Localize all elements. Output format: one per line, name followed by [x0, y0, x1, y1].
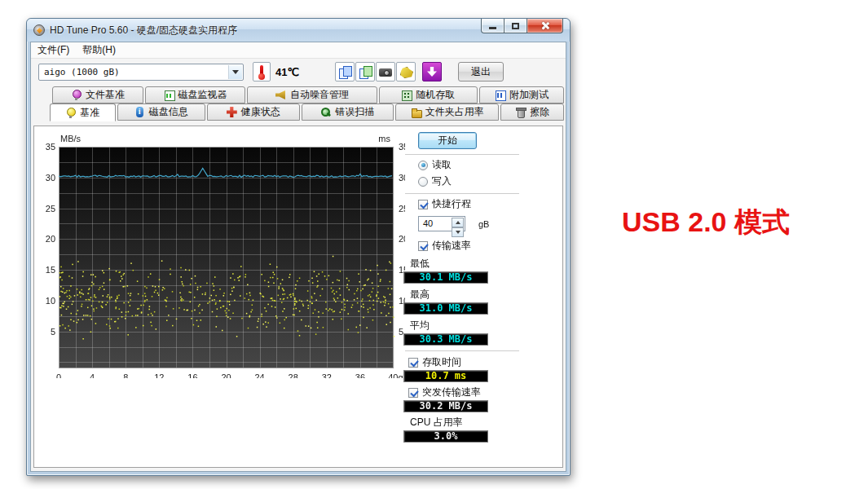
- temperature-value: 41℃: [275, 66, 299, 78]
- close-button[interactable]: [527, 19, 563, 33]
- max-speed-display: 31.0 MB/s: [403, 302, 488, 315]
- spin-down-button[interactable]: [452, 227, 464, 237]
- separator: [405, 193, 519, 195]
- hdtune-window: HD Tune Pro 5.60 - 硬盘/固态硬盘实用程序 文件(F) 帮助(…: [26, 18, 571, 476]
- tab-file-benchmark[interactable]: 文件基准: [52, 86, 143, 104]
- spin-up-button[interactable]: [452, 218, 464, 227]
- access-time-display: 10.7 ms: [403, 370, 488, 382]
- copy-button[interactable]: [335, 62, 355, 82]
- checkbox-checked-icon: [408, 358, 418, 368]
- tab-label: 随机存取: [416, 88, 455, 102]
- random-access-icon: [401, 90, 412, 100]
- tab-label: 错误扫描: [335, 105, 374, 119]
- benchmark-chart: [38, 134, 405, 378]
- transfer-rate-label: 传输速率: [432, 239, 471, 253]
- download-button[interactable]: [422, 62, 442, 82]
- separator: [405, 154, 519, 156]
- chevron-down-icon[interactable]: [228, 65, 242, 79]
- tab-label: 基准: [80, 106, 99, 120]
- checkbox-checked-icon: [418, 200, 428, 209]
- minimize-button[interactable]: [481, 19, 504, 33]
- cpu-usage-label: CPU 占用率: [410, 416, 532, 430]
- error-scan-icon: [320, 107, 331, 117]
- copy-color-button[interactable]: [355, 62, 375, 82]
- tab-disk-info[interactable]: 磁盘信息: [117, 104, 205, 121]
- avg-speed-display: 30.3 MB/s: [403, 333, 488, 346]
- aam-icon: [275, 90, 286, 100]
- tab-label: 擦除: [530, 105, 549, 119]
- short-stroke-unit: gB: [478, 219, 489, 229]
- tab-label: 磁盘信息: [149, 105, 188, 119]
- menu-file[interactable]: 文件(F): [31, 42, 76, 59]
- cpu-usage-display: 3.0%: [403, 430, 488, 443]
- tab-folder-usage[interactable]: 文件夹占用率: [395, 104, 499, 121]
- maximize-button[interactable]: [504, 19, 527, 33]
- tab-label: 自动噪音管理: [290, 88, 349, 102]
- window-title: HD Tune Pro 5.60 - 硬盘/固态硬盘实用程序: [50, 24, 237, 37]
- tab-benchmark[interactable]: 基准: [50, 104, 116, 121]
- tab-error-scan[interactable]: 错误扫描: [302, 104, 394, 121]
- drive-select[interactable]: aigo (1000 gB): [38, 64, 244, 81]
- write-label: 写入: [432, 174, 452, 188]
- client-area: 文件(F) 帮助(H) aigo (1000 gB) 41℃ 退出: [30, 42, 566, 472]
- usb-mode-caption: USB 2.0 模式: [622, 204, 790, 241]
- write-radio[interactable]: 写入: [418, 174, 532, 188]
- exit-button[interactable]: 退出: [458, 62, 504, 82]
- access-time-checkbox[interactable]: 存取时间: [408, 355, 532, 369]
- start-button[interactable]: 开始: [418, 132, 477, 149]
- tab-label: 文件基准: [86, 88, 125, 102]
- tab-label: 健康状态: [241, 105, 280, 119]
- maximize-icon: [512, 23, 519, 29]
- short-stroke-checkbox[interactable]: 快捷行程: [418, 197, 532, 211]
- disk-info-icon: [134, 107, 145, 117]
- tab-label: 磁盘监视器: [178, 88, 227, 102]
- donate-button[interactable]: [396, 62, 416, 82]
- download-icon: [427, 67, 437, 77]
- access-time-label: 存取时间: [422, 355, 461, 369]
- short-stroke-label: 快捷行程: [432, 197, 471, 211]
- minimize-icon: [489, 27, 496, 29]
- tab-health[interactable]: 健康状态: [207, 104, 299, 121]
- burst-rate-label: 突发传输速率: [422, 385, 481, 399]
- file-benchmark-icon: [71, 90, 82, 100]
- tab-aam[interactable]: 自动噪音管理: [247, 86, 377, 104]
- menubar: 文件(F) 帮助(H): [31, 42, 566, 59]
- radio-selected-icon: [418, 161, 428, 170]
- transfer-rate-checkbox[interactable]: 传输速率: [418, 239, 532, 253]
- app-icon: [33, 24, 45, 36]
- min-speed-display: 30.1 MB/s: [403, 271, 488, 284]
- read-label: 读取: [432, 158, 452, 172]
- checkbox-checked-icon: [408, 388, 418, 398]
- benchmark-icon: [65, 108, 76, 118]
- short-stroke-size: 40 gB: [418, 216, 532, 231]
- menu-help[interactable]: 帮助(H): [76, 42, 122, 59]
- short-stroke-value: 40: [423, 218, 433, 228]
- tab-strip: 文件基准 磁盘监视器 自动噪音管理 随机存取 附加测试 基准 磁盘信息 健康状态…: [31, 86, 566, 121]
- separator: [405, 350, 519, 352]
- burst-rate-display: 30.2 MB/s: [403, 400, 488, 412]
- screenshot-button[interactable]: [376, 62, 395, 82]
- health-icon: [227, 107, 237, 117]
- tab-label: 文件夹占用率: [425, 105, 484, 119]
- benchmark-controls: 开始 读取 写入 快捷行程 40: [402, 126, 532, 443]
- tab-disk-monitor[interactable]: 磁盘监视器: [145, 86, 245, 104]
- extra-tests-icon: [495, 90, 505, 100]
- disk-monitor-icon: [164, 90, 174, 100]
- thermometer-icon: [260, 65, 263, 75]
- read-radio[interactable]: 读取: [418, 158, 532, 172]
- drive-select-value: aigo (1000 gB): [44, 67, 120, 77]
- erase-icon: [515, 107, 526, 117]
- titlebar[interactable]: HD Tune Pro 5.60 - 硬盘/固态硬盘实用程序: [27, 19, 570, 42]
- close-icon: [540, 21, 549, 30]
- folder-usage-icon: [411, 107, 421, 117]
- temperature-button[interactable]: [253, 62, 271, 82]
- toolbar: aigo (1000 gB) 41℃ 退出: [31, 59, 566, 86]
- short-stroke-input[interactable]: 40: [418, 216, 465, 231]
- tab-erase[interactable]: 擦除: [500, 104, 564, 121]
- checkbox-checked-icon: [418, 241, 428, 251]
- tab-random-access[interactable]: 随机存取: [379, 86, 478, 104]
- tab-label: 附加测试: [509, 88, 549, 102]
- max-label: 最高: [410, 288, 532, 302]
- tab-extra-tests[interactable]: 附加测试: [479, 86, 564, 104]
- burst-rate-checkbox[interactable]: 突发传输速率: [408, 385, 532, 399]
